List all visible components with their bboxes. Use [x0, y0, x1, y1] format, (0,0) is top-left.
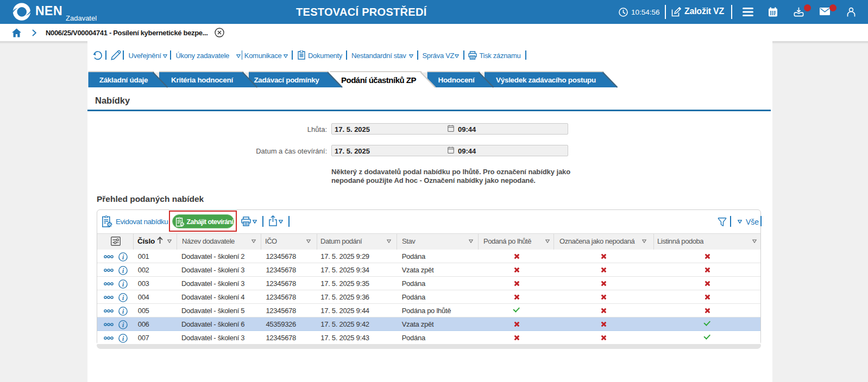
- svg-text:i: i: [122, 308, 124, 314]
- svg-text:i: i: [122, 253, 124, 260]
- svg-text:i: i: [122, 294, 124, 301]
- svg-text:i: i: [122, 321, 124, 328]
- svg-text:i: i: [122, 281, 124, 287]
- svg-text:i: i: [122, 267, 124, 273]
- svg-text:i: i: [122, 335, 124, 341]
